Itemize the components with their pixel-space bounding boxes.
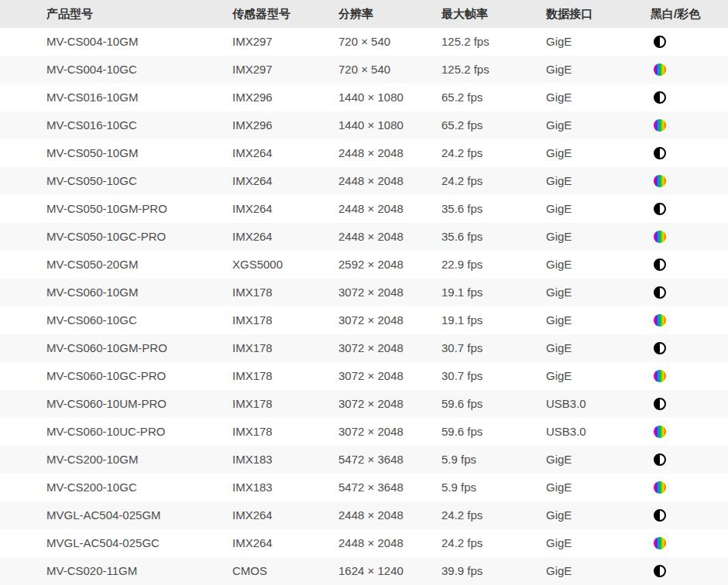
cell-fps: 24.2 fps [441,501,546,529]
mono-half-circle-icon [654,36,666,48]
cell-resolution: 720 × 540 [338,28,441,56]
cell-model: MV-CS004-10GM [46,28,232,56]
cell-fps: 125.2 fps [441,56,546,84]
cell-resolution: 3072 × 2048 [338,279,441,306]
mono-half-circle-icon [654,203,666,215]
table-row: MV-CS050-20GM XGS5000 2592 × 2048 22.9 f… [0,251,728,279]
camera-spec-table: 产品型号 传感器型号 分辨率 最大帧率 数据接口 黑白/彩色 MV-CS004-… [0,0,728,585]
table-row: MV-CS004-10GM IMX297 720 × 540 125.2 fps… [0,28,728,56]
cell-interface: GigE [546,362,651,390]
table-body: MV-CS004-10GM IMX297 720 × 540 125.2 fps… [0,28,728,585]
cell-sensor: IMX178 [232,390,338,418]
table-row: MVGL-AC504-025GM IMX264 2448 × 2048 24.2… [0,501,728,529]
cell-fps: 59.6 fps [441,390,546,418]
cell-interface: GigE [546,111,651,139]
cell-interface: GigE [546,139,651,167]
cell-chroma [651,147,728,159]
cell-fps: 19.1 fps [441,306,546,334]
cell-resolution: 1624 × 1240 [338,557,441,585]
mono-half-circle-icon [654,565,666,577]
table-row: MV-CS060-10GC IMX178 3072 × 2048 19.1 fp… [0,306,728,334]
cell-sensor: IMX183 [232,474,338,501]
cell-fps: 30.7 fps [441,334,546,362]
column-header-fps: 最大帧率 [441,0,546,28]
table-row: MV-CS020-11GM CMOS 1624 × 1240 39.9 fps … [0,557,728,585]
rainbow-circle-icon [654,314,666,327]
rainbow-circle-icon [654,175,666,187]
cell-interface: GigE [546,28,651,56]
table-row: MV-CS050-10GM IMX264 2448 × 2048 24.2 fp… [0,139,728,167]
cell-resolution: 1440 × 1080 [338,111,441,139]
cell-resolution: 5472 × 3648 [338,474,441,501]
table-row: MV-CS004-10GC IMX297 720 × 540 125.2 fps… [0,56,728,84]
cell-fps: 35.6 fps [441,195,546,223]
cell-interface: USB3.0 [546,418,651,446]
cell-sensor: XGS5000 [232,251,338,279]
table-row: MV-CS060-10GM IMX178 3072 × 2048 19.1 fp… [0,279,728,306]
cell-chroma [651,286,728,299]
column-header-chroma: 黑白/彩色 [651,0,728,28]
cell-chroma [651,119,728,132]
cell-sensor: IMX178 [232,418,338,446]
column-header-sensor: 传感器型号 [232,0,338,28]
cell-model: MV-CS200-10GC [46,474,232,501]
table-row: MV-CS016-10GM IMX296 1440 × 1080 65.2 fp… [0,84,728,111]
cell-model: MV-CS050-10GC [46,167,232,195]
cell-model: MV-CS060-10GC-PRO [46,362,232,390]
cell-sensor: IMX178 [232,306,338,334]
cell-sensor: IMX296 [232,84,338,111]
cell-model: MV-CS020-11GM [46,557,232,585]
table-row: MV-CS050-10GC IMX264 2448 × 2048 24.2 fp… [0,167,728,195]
column-header-interface: 数据接口 [546,0,651,28]
table-row: MV-CS060-10UC-PRO IMX178 3072 × 2048 59.… [0,418,728,446]
cell-model: MV-CS016-10GC [46,111,232,139]
cell-fps: 35.6 fps [441,223,546,251]
cell-model: MV-CS050-10GM [46,139,232,167]
cell-chroma [651,63,728,76]
cell-resolution: 2592 × 2048 [338,251,441,279]
cell-chroma [651,258,728,271]
cell-resolution: 3072 × 2048 [338,362,441,390]
cell-resolution: 2448 × 2048 [338,529,441,557]
cell-sensor: IMX178 [232,362,338,390]
cell-fps: 24.2 fps [441,529,546,557]
cell-sensor: IMX264 [232,223,338,251]
cell-model: MV-CS050-10GC-PRO [46,223,232,251]
cell-sensor: IMX297 [232,56,338,84]
cell-interface: GigE [546,446,651,474]
cell-fps: 22.9 fps [441,251,546,279]
cell-resolution: 2448 × 2048 [338,223,441,251]
cell-chroma [651,537,728,549]
cell-fps: 30.7 fps [441,362,546,390]
cell-chroma [651,426,728,438]
cell-model: MVGL-AC504-025GM [46,501,232,529]
cell-resolution: 3072 × 2048 [338,334,441,362]
mono-half-circle-icon [654,286,666,299]
mono-half-circle-icon [654,509,666,522]
rainbow-circle-icon [654,63,666,76]
cell-chroma [651,175,728,187]
cell-resolution: 2448 × 2048 [338,167,441,195]
cell-interface: GigE [546,306,651,334]
cell-resolution: 2448 × 2048 [338,501,441,529]
column-header-model: 产品型号 [46,0,232,28]
rainbow-circle-icon [654,370,666,382]
cell-interface: GigE [546,195,651,223]
cell-model: MV-CS050-20GM [46,251,232,279]
cell-model: MV-CS060-10GM-PRO [46,334,232,362]
cell-chroma [651,342,728,354]
cell-interface: GigE [546,334,651,362]
cell-chroma [651,91,728,104]
mono-half-circle-icon [654,258,666,271]
cell-interface: USB3.0 [546,390,651,418]
cell-fps: 39.9 fps [441,557,546,585]
cell-model: MVGL-AC504-025GC [46,529,232,557]
cell-interface: GigE [546,501,651,529]
cell-fps: 24.2 fps [441,139,546,167]
cell-model: MV-CS050-10GM-PRO [46,195,232,223]
cell-interface: GigE [546,474,651,501]
cell-fps: 59.6 fps [441,418,546,446]
cell-chroma [651,314,728,327]
cell-resolution: 1440 × 1080 [338,84,441,111]
cell-model: MV-CS060-10UC-PRO [46,418,232,446]
